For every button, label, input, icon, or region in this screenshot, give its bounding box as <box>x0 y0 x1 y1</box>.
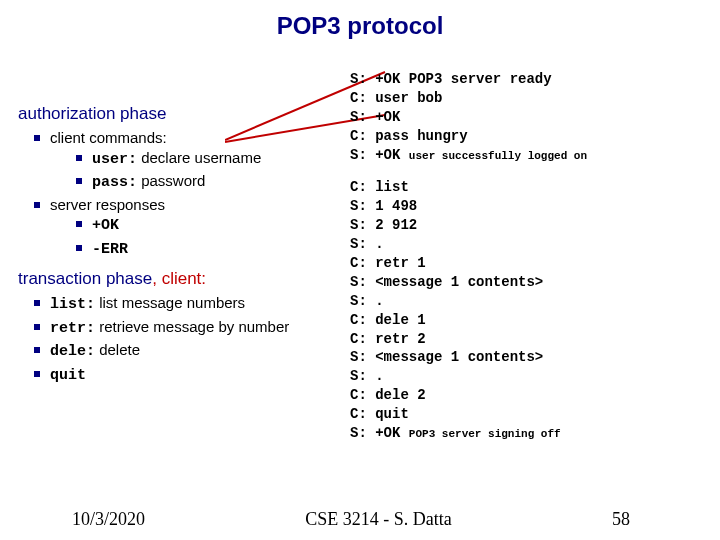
auth-item-client: client commands: user: declare username … <box>34 128 340 193</box>
protocol-line: C: retr 2 <box>350 330 720 349</box>
protocol-line: S: <message 1 contents> <box>350 348 720 367</box>
auth-item2-label: server responses <box>50 196 165 213</box>
protocol-line: S: . <box>350 235 720 254</box>
auth-ok: +OK <box>76 214 340 236</box>
right-column: S: +OK POP3 server readyC: user bobS: +O… <box>340 60 720 500</box>
trans-heading: transaction phase, client: <box>18 269 340 289</box>
footer-page: 58 <box>612 509 630 530</box>
protocol-line: C: quit <box>350 405 720 424</box>
trans-quit-item: quit <box>34 364 340 386</box>
footer-course: CSE 3214 - S. Datta <box>305 509 452 530</box>
protocol-line: C: retr 1 <box>350 254 720 273</box>
auth-heading: authorization phase <box>18 104 340 124</box>
trans-list-item: list: list message numbers <box>34 293 340 315</box>
auth-item-server: server responses +OK -ERR <box>34 195 340 260</box>
protocol-line: S: +OK POP3 server signing off <box>350 424 720 443</box>
protocol-line: S: +OK <box>350 108 720 127</box>
auth-user-cmd: user: declare username <box>76 148 340 170</box>
protocol-line: C: dele 1 <box>350 311 720 330</box>
auth-item1-label: client commands: <box>50 129 167 146</box>
protocol-block-trans: C: listS: 1 498S: 2 912S: .C: retr 1S: <… <box>350 178 720 442</box>
footer-date: 10/3/2020 <box>72 509 145 530</box>
protocol-line: S: 2 912 <box>350 216 720 235</box>
protocol-line: S: . <box>350 367 720 386</box>
auth-server-sublist: +OK -ERR <box>50 214 340 259</box>
protocol-line: S: +OK user successfully logged on <box>350 146 720 165</box>
trans-retr-item: retr: retrieve message by number <box>34 317 340 339</box>
slide-title: POP3 protocol <box>0 0 720 40</box>
protocol-line: S: 1 498 <box>350 197 720 216</box>
left-column: authorization phase client commands: use… <box>0 60 340 500</box>
protocol-line: S: . <box>350 292 720 311</box>
content-area: authorization phase client commands: use… <box>0 60 720 500</box>
auth-list: client commands: user: declare username … <box>18 128 340 259</box>
protocol-line: C: dele 2 <box>350 386 720 405</box>
auth-err: -ERR <box>76 238 340 260</box>
protocol-line: C: pass hungry <box>350 127 720 146</box>
auth-client-sublist: user: declare username pass: password <box>50 148 340 193</box>
footer: 10/3/2020 CSE 3214 - S. Datta 58 <box>0 509 720 530</box>
protocol-line: S: +OK POP3 server ready <box>350 70 720 89</box>
protocol-block-auth: S: +OK POP3 server readyC: user bobS: +O… <box>350 70 720 164</box>
trans-list: list: list message numbers retr: retriev… <box>18 293 340 385</box>
protocol-line: S: <message 1 contents> <box>350 273 720 292</box>
trans-dele-item: dele: delete <box>34 340 340 362</box>
protocol-line: C: user bob <box>350 89 720 108</box>
auth-pass-cmd: pass: password <box>76 171 340 193</box>
protocol-line: C: list <box>350 178 720 197</box>
